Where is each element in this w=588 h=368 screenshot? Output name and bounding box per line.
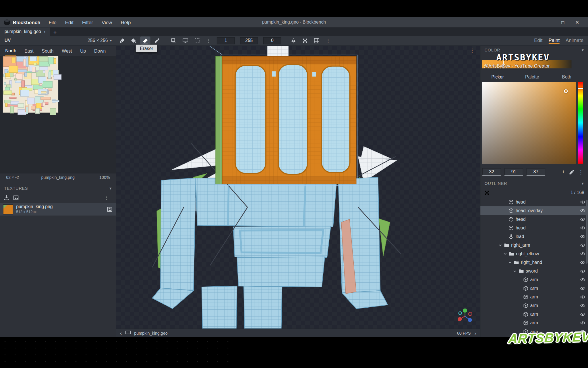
picker-cursor-icon[interactable] — [564, 89, 568, 93]
outliner-item-head_overlay[interactable]: head_overlay — [480, 206, 588, 215]
saturation-value-picker[interactable] — [482, 82, 576, 164]
close-button[interactable]: ✕ — [570, 19, 584, 25]
paint-settings-menu-icon[interactable]: ⋮ — [322, 38, 334, 44]
outliner-scrollbar[interactable] — [586, 200, 588, 264]
pixel-grid-tool-button[interactable] — [312, 37, 322, 45]
outliner-item-arm[interactable]: arm — [480, 319, 588, 327]
menu-view[interactable]: View — [102, 19, 112, 25]
pumpkin-king-model[interactable] — [116, 46, 480, 329]
outliner-item-arm[interactable]: arm — [480, 275, 588, 284]
visibility-icon[interactable] — [580, 199, 585, 204]
copy-brush-tool-button[interactable] — [169, 37, 179, 45]
outliner-item-head[interactable]: head — [480, 223, 588, 232]
uv-size-dropdown[interactable]: 256 × 256 ▾ — [88, 38, 112, 43]
color-header[interactable]: COLOR ▾ — [480, 46, 588, 54]
hue-slider[interactable] — [578, 82, 583, 164]
visibility-icon[interactable] — [580, 260, 585, 265]
uv-face-tab-south[interactable]: South — [42, 48, 53, 55]
uv-canvas[interactable] — [0, 56, 116, 174]
color-tab-picker[interactable]: Picker — [480, 73, 515, 81]
color-picker-tool-button[interactable] — [152, 37, 162, 45]
minimize-button[interactable]: – — [541, 19, 556, 25]
chevron-right-icon[interactable]: › — [475, 330, 476, 336]
visibility-icon[interactable] — [580, 311, 585, 317]
eraser-tool-button[interactable] — [140, 37, 150, 45]
project-tab[interactable]: pumpkin_king.geo ● — [0, 27, 50, 36]
visibility-icon[interactable] — [580, 320, 585, 325]
maximize-button[interactable]: □ — [556, 19, 570, 25]
collapse-arrow-icon[interactable] — [508, 260, 512, 264]
texture-list-item[interactable]: pumpkin_king.png 512 x 512px — [0, 203, 116, 215]
outliner-item-head[interactable]: head — [480, 215, 588, 223]
hsv-value-0[interactable]: 32 — [482, 168, 501, 176]
dither-tool-button[interactable] — [300, 37, 310, 45]
outliner-item-arm[interactable]: arm — [480, 310, 588, 319]
uv-atlas-image[interactable] — [3, 56, 58, 113]
collapse-arrow-icon[interactable] — [513, 269, 517, 273]
brush-tool-button[interactable] — [117, 37, 127, 45]
menu-file[interactable]: File — [49, 19, 56, 25]
uv-face-tab-east[interactable]: East — [24, 48, 33, 55]
visibility-icon[interactable] — [580, 208, 585, 213]
visibility-icon[interactable] — [580, 277, 585, 282]
color-gradient-bar[interactable] — [482, 60, 572, 68]
viewport-menu-icon[interactable]: ⋮ — [467, 47, 478, 53]
outliner-item-head[interactable]: head — [480, 198, 588, 206]
eyedropper-icon[interactable] — [569, 169, 575, 175]
outliner-item-right_arm[interactable]: right_arm — [480, 241, 588, 249]
import-texture-icon[interactable] — [4, 195, 9, 200]
menu-edit[interactable]: Edit — [65, 19, 74, 25]
outliner-toggle-icon[interactable] — [484, 190, 490, 195]
visibility-icon[interactable] — [580, 242, 585, 248]
viewport-canvas[interactable]: ⋮ ‹ pumpkin_king.geo 60 FPS › — [116, 46, 480, 337]
texture-menu-icon[interactable]: ⋮ — [101, 195, 112, 201]
menu-help[interactable]: Help — [121, 19, 131, 25]
fill-bucket-tool-button[interactable] — [129, 37, 139, 45]
mode-tab-paint[interactable]: Paint — [548, 37, 560, 44]
add-to-palette-button[interactable]: + — [562, 168, 565, 175]
color-tab-palette[interactable]: Palette — [515, 73, 549, 81]
color-tab-both[interactable]: Both — [549, 73, 584, 81]
collapse-arrow-icon[interactable] — [503, 252, 507, 256]
visibility-icon[interactable] — [580, 225, 585, 230]
new-tab-button[interactable]: + — [50, 29, 60, 36]
visibility-icon[interactable] — [580, 303, 585, 308]
brush-opacity-input[interactable]: 255 — [240, 37, 258, 44]
visibility-icon[interactable] — [580, 268, 585, 273]
hsv-value-2[interactable]: 87 — [527, 168, 545, 176]
outliner-item-arm[interactable]: arm — [480, 301, 588, 310]
outliner-item-arm[interactable]: arm — [480, 292, 588, 301]
draw-screen-tool-button[interactable] — [180, 37, 190, 45]
collapse-arrow-icon[interactable] — [498, 243, 502, 247]
outliner-header[interactable]: OUTLINER ▾ — [480, 179, 588, 187]
visibility-icon[interactable] — [580, 294, 585, 299]
textures-header[interactable]: TEXTURES ▾ — [0, 184, 116, 192]
outliner-item-lead[interactable]: lead — [480, 232, 588, 241]
outliner-item-sword[interactable]: sword — [480, 267, 588, 275]
color-menu-icon[interactable]: ⋮ — [578, 169, 583, 175]
selection-tool-button[interactable] — [192, 37, 202, 45]
outliner-item-right_hand[interactable]: right_hand — [480, 258, 588, 267]
outliner-item-right_elbow[interactable]: right_elbow — [480, 249, 588, 258]
hsv-value-1[interactable]: 91 — [504, 168, 523, 176]
mode-tab-animate[interactable]: Animate — [566, 37, 583, 44]
outliner-item-arm[interactable]: arm — [480, 284, 588, 292]
visibility-icon[interactable] — [580, 285, 585, 291]
mirror-paint-tool-button[interactable] — [288, 37, 298, 45]
visibility-icon[interactable] — [580, 234, 585, 239]
visibility-icon[interactable] — [580, 216, 585, 222]
uv-face-tab-up[interactable]: Up — [80, 48, 86, 55]
uv-face-tab-west[interactable]: West — [62, 48, 72, 55]
chevron-left-icon[interactable]: ‹ — [120, 330, 122, 336]
uv-face-tab-north[interactable]: North — [5, 48, 16, 55]
brush-softness-input[interactable]: 0 — [263, 37, 281, 44]
tool-options-menu-icon[interactable]: ⋮ — [203, 38, 214, 44]
hue-handle[interactable] — [578, 88, 583, 89]
create-texture-icon[interactable] — [13, 195, 19, 200]
uv-face-tab-down[interactable]: Down — [94, 48, 106, 55]
mode-tab-edit[interactable]: Edit — [534, 37, 542, 44]
brush-size-input[interactable]: 1 — [217, 37, 235, 44]
save-texture-icon[interactable] — [107, 206, 113, 212]
visibility-icon[interactable] — [580, 251, 585, 256]
menu-filter[interactable]: Filter — [82, 19, 93, 25]
